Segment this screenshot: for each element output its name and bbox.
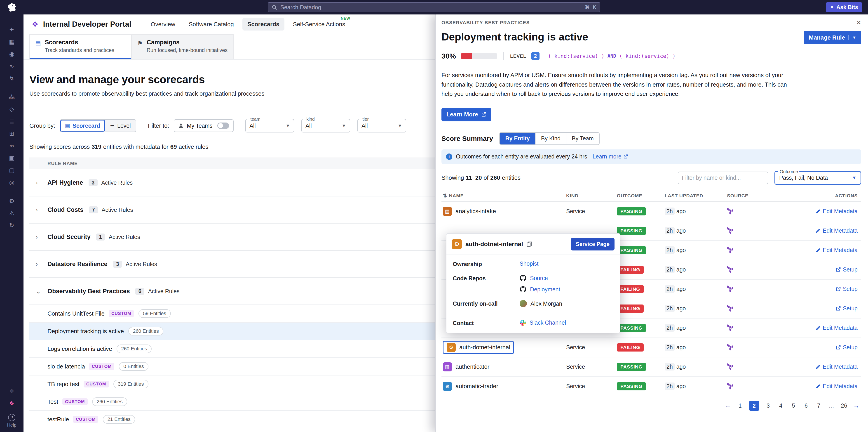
sort-icon[interactable]: ⇅ — [443, 193, 447, 199]
group-by-scorecard-button[interactable]: ▤ Scorecard — [60, 120, 105, 132]
page-6-button[interactable]: 6 — [803, 402, 810, 409]
action-setup-link[interactable]: Setup — [836, 344, 858, 351]
filter-kind[interactable]: kindAll▼ — [301, 119, 350, 133]
terraform-icon[interactable] — [727, 305, 734, 312]
action-edit-link[interactable]: Edit Metadata — [815, 208, 858, 214]
slack-channel-link[interactable]: Slack Channel — [520, 319, 614, 326]
chevron-right-icon[interactable]: › — [36, 179, 48, 186]
entity-row[interactable]: ▤analytics-intakeServicePASSING2hagoEdit… — [441, 202, 861, 221]
tab-by-team[interactable]: By Team — [566, 133, 599, 144]
page-3-button[interactable]: 3 — [765, 402, 772, 409]
terraform-icon[interactable] — [727, 266, 734, 273]
outcome-select[interactable]: Outcome Pass, Fail, No Data ▼ — [774, 171, 861, 185]
terraform-icon[interactable] — [727, 247, 734, 254]
copy-icon[interactable] — [527, 241, 532, 247]
rule-row[interactable]: testRuleCUSTOM21 Entities — [29, 411, 435, 428]
scorecard-group-row[interactable]: ⌄Observability Best Practices6Active Rul… — [29, 278, 435, 305]
page-7-button[interactable]: 7 — [815, 402, 823, 409]
action-setup-link[interactable]: Setup — [836, 286, 858, 292]
security-icon[interactable]: ▣ — [0, 152, 24, 164]
page-5-button[interactable]: 5 — [790, 402, 797, 409]
service-management-icon[interactable]: ⁂ — [0, 91, 24, 103]
tab-by-kind[interactable]: By Kind — [535, 133, 566, 144]
group-by-level-button[interactable]: ☰ Level — [105, 120, 136, 132]
rule-row[interactable]: TestCUSTOM260 Entities — [29, 393, 435, 411]
scorecard-group-row[interactable]: ›API Hygiene3Active Rules — [29, 169, 435, 197]
chevron-right-icon[interactable]: › — [36, 260, 48, 268]
page-26-button[interactable]: 26 — [840, 402, 848, 409]
page-2-button[interactable]: 2 — [749, 401, 759, 411]
chevron-down-icon[interactable]: ⌄ — [36, 288, 48, 295]
learn-more-button[interactable]: Learn More — [441, 108, 491, 121]
tab-by-entity[interactable]: By Entity — [500, 133, 535, 144]
action-edit-link[interactable]: Edit Metadata — [815, 364, 858, 370]
watchdog-icon[interactable]: ◉ — [0, 48, 24, 60]
shopist-link[interactable]: Shopist — [520, 260, 614, 267]
apm-icon[interactable]: ↯ — [0, 73, 24, 85]
tab-scorecards[interactable]: Scorecards — [242, 18, 284, 30]
chevron-right-icon[interactable]: › — [36, 206, 48, 213]
terraform-icon[interactable] — [727, 207, 734, 215]
workflows-icon[interactable]: ↻ — [0, 219, 24, 231]
ask-bits-button[interactable]: ✦ Ask Bits — [826, 2, 862, 12]
terraform-icon[interactable] — [727, 344, 734, 351]
manage-rule-button[interactable]: Manage Rule ▼ — [804, 31, 861, 44]
action-setup-link[interactable]: Setup — [836, 266, 858, 273]
deployment-link[interactable]: Deployment — [520, 286, 614, 293]
chevron-right-icon[interactable]: › — [36, 233, 48, 240]
global-search[interactable]: ⌘ K — [268, 2, 600, 12]
highlighted-entity[interactable]: ⚙auth-dotnet-internal — [443, 341, 514, 354]
my-teams-filter[interactable]: My Teams — [174, 119, 234, 132]
tab-software-catalog[interactable]: Software Catalog — [184, 18, 239, 30]
next-page-button[interactable]: → — [853, 402, 860, 409]
software-catalog-icon[interactable]: ▢ — [0, 164, 24, 176]
previous-page-button[interactable]: ← — [725, 402, 731, 409]
service-page-button[interactable]: Service Page — [571, 238, 615, 251]
action-edit-link[interactable]: Edit Metadata — [815, 227, 858, 234]
search-input[interactable] — [280, 4, 582, 11]
page-4-button[interactable]: 4 — [777, 402, 784, 409]
rule-row[interactable]: TB repo testCUSTOM319 Entities — [29, 375, 435, 393]
terraform-icon[interactable] — [727, 382, 734, 390]
tab-self-service-actions[interactable]: Self-Service ActionsNEW — [288, 18, 350, 30]
bits-pink-icon[interactable]: ❖ — [0, 397, 24, 409]
page-1-button[interactable]: 1 — [737, 402, 744, 409]
rule-row[interactable]: Contains UnitTest FileCUSTOM59 Entities — [29, 305, 435, 323]
alex-morgan-link[interactable]: Alex Morgan — [520, 300, 614, 307]
entity-filter-input[interactable] — [678, 172, 768, 184]
tab-overview[interactable]: Overview — [146, 18, 180, 30]
terraform-icon[interactable] — [727, 324, 734, 332]
filter-team[interactable]: teamAll▼ — [245, 119, 294, 133]
error-tracking-icon[interactable]: ⚠ — [0, 207, 24, 219]
my-teams-toggle[interactable] — [217, 122, 229, 129]
action-edit-link[interactable]: Edit Metadata — [815, 247, 858, 253]
learn-more-link[interactable]: Learn more — [593, 153, 628, 160]
datadog-logo-icon[interactable] — [6, 2, 18, 16]
sparkles-icon[interactable]: ✦ — [0, 24, 24, 36]
terraform-icon[interactable] — [727, 363, 734, 371]
ci-pipelines-icon[interactable]: ⊞ — [0, 127, 24, 140]
terraform-icon[interactable] — [727, 285, 734, 293]
entity-row[interactable]: ⚙auth-dotnet-internalServiceFAILING2hago… — [441, 338, 861, 357]
action-setup-link[interactable]: Setup — [836, 305, 858, 312]
action-edit-link[interactable]: Edit Metadata — [815, 325, 858, 331]
metrics-icon[interactable]: ▦ — [0, 36, 24, 48]
synthetics-icon[interactable]: ◎ — [0, 176, 24, 189]
dog-icon[interactable]: ❖ — [0, 385, 24, 397]
logs-icon[interactable]: ≣ — [0, 115, 24, 127]
scorecard-group-row[interactable]: ›Cloud Costs7Active Rules — [29, 197, 435, 224]
rule-row[interactable]: Logs correlation is active260 Entities — [29, 340, 435, 358]
entity-row[interactable]: ⊕automatic-traderServicePASSING2hagoEdit… — [441, 377, 861, 396]
integrations-icon[interactable]: ∞ — [0, 140, 24, 152]
scorecard-group-row[interactable]: ›Cloud Security1Active Rules — [29, 224, 435, 251]
terraform-icon[interactable] — [727, 227, 734, 235]
subtab-scorecards[interactable]: ▤ Scorecards Track standards and practic… — [29, 34, 131, 59]
infrastructure-icon[interactable]: ◇ — [0, 103, 24, 115]
subtab-campaigns[interactable]: ⚑ Campaigns Run focused, time-bound init… — [131, 34, 234, 59]
rule-row[interactable]: slo de latenciaCUSTOM0 Entities — [29, 358, 435, 375]
filter-tier[interactable]: tierAll▼ — [358, 119, 406, 133]
action-edit-link[interactable]: Edit Metadata — [815, 383, 858, 390]
close-icon[interactable]: ✕ — [856, 19, 861, 26]
source-link[interactable]: Source — [520, 275, 614, 282]
llm-observability-icon[interactable]: ∿ — [0, 60, 24, 73]
